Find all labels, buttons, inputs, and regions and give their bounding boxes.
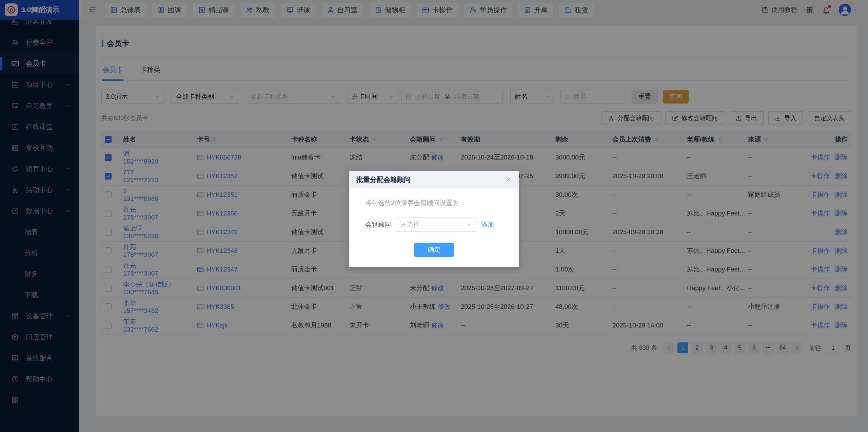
advisor-select[interactable]: 请选择: [396, 218, 476, 232]
advisor-field-label: 会籍顾问: [365, 220, 391, 229]
modal-header: 批量分配会籍顾问: [349, 171, 519, 188]
modal-title: 批量分配会籍顾问: [356, 175, 411, 184]
chevron-down-icon: [467, 222, 472, 227]
confirm-button[interactable]: 确定: [414, 243, 454, 257]
modal-footer: 确定: [349, 234, 519, 267]
add-advisor-link[interactable]: 添加: [481, 220, 494, 229]
assign-advisor-modal: 批量分配会籍顾问 将勾选的2位潜客会籍顾问设置为 会籍顾问 请选择 添加 确定: [349, 171, 519, 267]
modal-form-row: 会籍顾问 请选择 添加: [365, 218, 509, 232]
modal-body: 将勾选的2位潜客会籍顾问设置为 会籍顾问 请选择 添加: [349, 188, 519, 234]
close-icon[interactable]: [505, 176, 512, 183]
modal-message: 将勾选的2位潜客会籍顾问设置为: [365, 199, 509, 207]
